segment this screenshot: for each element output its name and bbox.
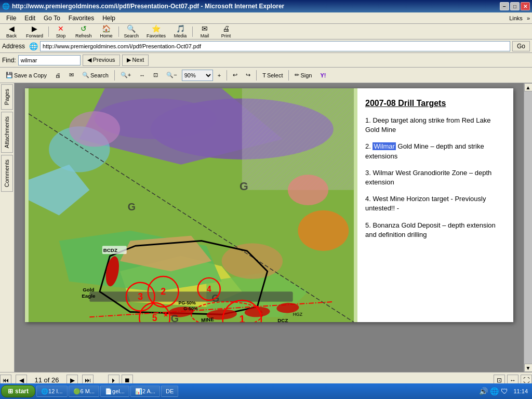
- stop-button[interactable]: ✕ Stop: [50, 25, 71, 38]
- item-1-text: Deep target along strike from Red Lake G…: [365, 116, 490, 134]
- window-title: http://www.premiergoldmines.com/i/pdf/Pr…: [10, 3, 500, 10]
- zoom-select[interactable]: 90% 75% 100% 125%: [182, 70, 213, 81]
- print-icon: 🖨: [222, 24, 230, 33]
- go-button[interactable]: Go: [512, 41, 530, 51]
- left-panel: Pages Attachments Comments: [0, 83, 15, 372]
- next-button[interactable]: ▶ Next: [122, 55, 149, 66]
- svg-text:BCDZ: BCDZ: [103, 247, 117, 253]
- svg-text:Gold: Gold: [83, 287, 94, 292]
- previous-icon: ◀: [87, 57, 91, 63]
- map-section: BCDZ Gold Eagle G G G G PG-50% G-50% DC: [25, 88, 357, 322]
- fit-page-button[interactable]: ⊡: [150, 69, 162, 82]
- comments-tab[interactable]: Comments: [1, 155, 13, 192]
- media-button[interactable]: 🎵 Media: [170, 25, 191, 38]
- search-toolbar-icon: 🔍: [127, 24, 136, 33]
- print-button[interactable]: 🖨 Print: [216, 25, 236, 38]
- zoom-in-icon: 🔍+: [121, 72, 131, 78]
- search-pdf-button[interactable]: 🔍 Search: [78, 69, 112, 82]
- fit-page-icon: ⊡: [153, 72, 158, 78]
- scroll-track[interactable]: [524, 91, 532, 364]
- item-4-text: West Mine Horizon target - Previously un…: [365, 195, 486, 212]
- svg-point-12: [298, 210, 349, 251]
- title-bar: 🌐 http://www.premiergoldmines.com/i/pdf/…: [0, 0, 532, 12]
- favorites-toolbar-label: Favorites: [147, 33, 166, 38]
- maximize-button[interactable]: □: [510, 2, 520, 10]
- forward-button[interactable]: ▶ Forward: [22, 25, 47, 38]
- pdf-toolbar: 💾 Save a Copy 🖨 ✉ 🔍 Search 🔍+ ↔ ⊡ 🔍− 90%…: [0, 68, 532, 83]
- start-button[interactable]: ⊞ start: [1, 385, 35, 397]
- previous-label: Previous: [93, 57, 115, 63]
- drill-item-1: 1. Deep target along strike from Red Lak…: [365, 116, 506, 135]
- refresh-icon: ↺: [81, 24, 87, 33]
- svg-text:2: 2: [161, 286, 166, 297]
- address-label: Address: [2, 43, 27, 50]
- find-input[interactable]: [18, 55, 81, 65]
- item-3-text: Wilmar West Granodiorite Zone – depth ex…: [365, 169, 491, 186]
- home-button[interactable]: 🏠 Home: [96, 25, 117, 38]
- zoom-out-button[interactable]: 🔍−: [163, 69, 180, 82]
- menu-favorites[interactable]: Favorites: [64, 14, 98, 23]
- print-pdf-icon: 🖨: [55, 72, 61, 78]
- pdf-content: BCDZ Gold Eagle G G G G PG-50% G-50% DC: [15, 83, 524, 372]
- expand-icon[interactable]: »: [527, 15, 530, 21]
- system-tray: 🔊 🌐 🛡 11:14: [479, 387, 531, 395]
- find-bar: Find: ◀ Previous ▶ Next: [0, 53, 532, 68]
- search-pdf-icon: 🔍: [82, 72, 89, 78]
- zoom-increase-button[interactable]: +: [214, 69, 224, 82]
- yahoo-button[interactable]: Y!: [317, 69, 330, 82]
- page-counter: 11 of 26: [31, 376, 62, 384]
- rotate-button[interactable]: ↩: [229, 69, 241, 82]
- stop-label: Stop: [56, 33, 66, 38]
- menu-help[interactable]: Help: [98, 14, 119, 23]
- pages-tab[interactable]: Pages: [1, 84, 13, 110]
- rotate-icon: ↩: [233, 72, 237, 78]
- separator-pdf-1: [114, 70, 115, 81]
- attachments-tab[interactable]: Attachments: [1, 112, 13, 153]
- zoom-out-icon: 🔍−: [166, 72, 177, 78]
- taskbar-item-0[interactable]: 🌐 12 I...: [36, 385, 68, 397]
- rotate-cw-icon: ↪: [246, 72, 250, 78]
- media-icon: 🎵: [176, 24, 185, 33]
- yahoo-icon: Y!: [321, 72, 326, 78]
- mail-icon: ✉: [202, 24, 208, 33]
- stop-icon: ✕: [58, 24, 64, 33]
- sign-icon: ✏: [295, 72, 299, 78]
- svg-text:DCZ: DCZ: [277, 317, 288, 322]
- taskbar-item-3[interactable]: 📊 2 A...: [130, 385, 160, 397]
- zoom-in-button[interactable]: 🔍+: [117, 69, 135, 82]
- scroll-up-button[interactable]: ▲: [524, 83, 533, 91]
- fit-width-button[interactable]: ↔: [136, 69, 149, 82]
- email-pdf-button[interactable]: ✉: [65, 69, 77, 82]
- menu-file[interactable]: File: [2, 14, 20, 23]
- svg-point-17: [222, 243, 283, 278]
- save-copy-button[interactable]: 💾 Save a Copy: [2, 69, 50, 82]
- taskbar-item-2[interactable]: 📄 gel...: [100, 385, 129, 397]
- print-pdf-button[interactable]: 🖨: [51, 69, 64, 82]
- mail-button[interactable]: ✉ Mail: [194, 25, 215, 38]
- text-icon: T: [262, 72, 266, 78]
- taskbar-icon-1: 🟢: [73, 388, 81, 395]
- minimize-button[interactable]: −: [500, 2, 509, 10]
- menu-goto[interactable]: Go To: [39, 14, 64, 23]
- refresh-button[interactable]: ↺ Refresh: [72, 25, 96, 38]
- address-bar: Address 🌐 Go: [0, 39, 532, 53]
- favorites-toolbar-button[interactable]: ⭐ Favorites: [143, 25, 169, 38]
- search-toolbar-button[interactable]: 🔍 Search: [121, 25, 143, 38]
- scroll-down-button[interactable]: ▼: [524, 364, 533, 372]
- taskbar-icon-3: 📊: [135, 388, 142, 395]
- address-input[interactable]: [40, 41, 510, 51]
- previous-button[interactable]: ◀ Previous: [83, 55, 120, 66]
- close-button[interactable]: ✕: [521, 2, 530, 10]
- svg-text:3: 3: [138, 291, 143, 302]
- back-button[interactable]: ◀ Back: [1, 25, 22, 38]
- taskbar-item-4[interactable]: DE: [161, 385, 178, 397]
- item-4-number: 4.: [365, 195, 371, 203]
- text-select-button[interactable]: T Select: [259, 69, 286, 82]
- svg-text:HGZ: HGZ: [293, 312, 303, 317]
- menu-edit[interactable]: Edit: [20, 14, 39, 23]
- ie-toolbar: ◀ Back ▶ Forward ✕ Stop ↺ Refresh 🏠 Home…: [0, 24, 532, 39]
- taskbar-item-1[interactable]: 🟢 6 M...: [69, 385, 100, 397]
- rotate-cw-button[interactable]: ↪: [242, 69, 254, 82]
- taskbar-icon-0: 🌐: [41, 388, 48, 395]
- sign-button[interactable]: ✏ Sign: [291, 69, 315, 82]
